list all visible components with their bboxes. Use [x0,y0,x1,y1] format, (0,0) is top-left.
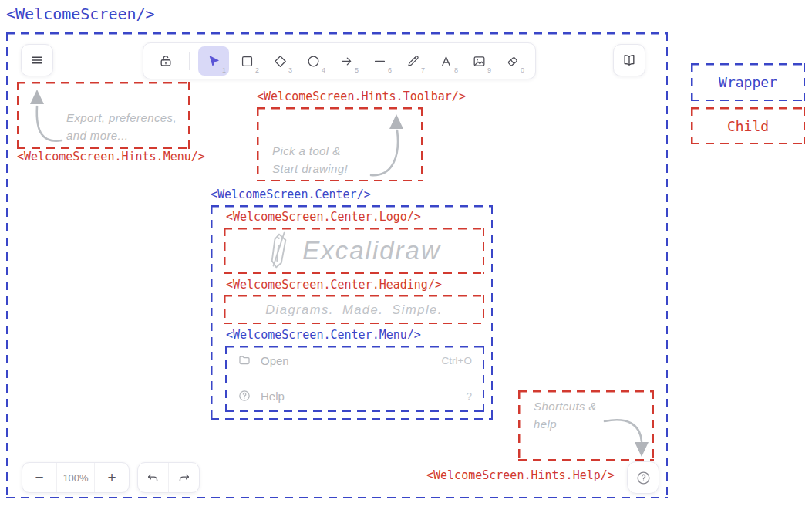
legend-wrapper-label: Wrapper [719,74,777,90]
question-circle-icon [635,470,652,486]
tool-eraser[interactable]: 0 [497,46,527,76]
image-icon [472,54,487,69]
hint-toolbar-text: Pick a tool & Start drawing! [272,143,348,177]
toolbar-divider [189,52,190,70]
tool-shortcut: 4 [322,66,325,74]
center-logo-label: <WelcomeScreen.Center.Logo/> [226,210,421,224]
letter-a-icon [439,54,453,69]
welcome-center: <WelcomeScreen.Center.Logo/> Excalidraw … [211,205,493,420]
center-heading-label: <WelcomeScreen.Center.Heading/> [226,278,442,292]
page: <WelcomeScreen/> 1 [0,0,812,510]
hint-toolbar-box: Pick a tool & Start drawing! [257,107,423,181]
menu-item-label: Help [261,390,285,403]
tool-shortcut: 9 [487,66,491,74]
center-heading-text: Diagrams. Made. Simple. [224,295,484,324]
arrow-right-icon [339,54,354,69]
tool-selection[interactable]: 1 [198,46,229,76]
zoom-in-button[interactable]: + [95,463,129,492]
lock-tool-button[interactable] [151,46,180,76]
legend-wrapper-box: Wrapper [691,63,805,101]
legend-child-label: Child [727,118,769,134]
library-button[interactable] [613,44,645,76]
hint-help-box: Shortcuts & help [518,390,654,461]
menu-item-help[interactable]: Help ? [238,389,472,403]
excalidraw-pencil-logo-icon [267,230,291,272]
zoom-out-button[interactable]: − [22,463,56,492]
circle-icon [306,54,321,69]
center-menu: Open Ctrl+O Help ? [225,346,484,412]
legend-child-box: Child [691,107,805,144]
tool-line[interactable]: 6 [364,46,395,76]
main-menu-button[interactable] [21,44,53,76]
menu-item-shortcut: Ctrl+O [442,355,472,366]
hint-menu-box: Export, preferences, and more... [17,82,190,149]
hints-toolbar-label: <WelcomeScreen.Hints.Toolbar/> [257,90,466,103]
pencil-icon [406,54,420,69]
menu-item-open[interactable]: Open Ctrl+O [238,353,472,367]
excalidraw-logo-text: Excalidraw [302,236,441,265]
undo-arrow-icon [146,471,160,485]
hint-help-text: Shortcuts & help [534,398,597,433]
tool-shortcut: 2 [255,66,259,74]
tool-arrow[interactable]: 5 [331,46,362,76]
menu-item-label: Open [261,354,289,367]
excalidraw-canvas[interactable]: 1 2 3 4 [6,32,668,498]
tool-shortcut: 7 [421,66,425,74]
tool-shortcut: 5 [355,66,359,74]
tool-shortcut: 0 [521,66,524,74]
undo-button[interactable] [138,463,169,492]
menu-item-shortcut: ? [466,390,472,402]
help-button[interactable] [627,461,659,494]
excalidraw-logo: Excalidraw [224,228,484,274]
tool-draw[interactable]: 7 [397,46,428,76]
hamburger-icon [29,52,45,68]
cursor-icon [207,54,221,69]
tool-shortcut: 3 [288,66,292,74]
sketch-arrow-up [357,110,411,180]
tool-shortcut: 6 [388,66,392,74]
zoom-level[interactable]: 100% [56,463,95,492]
tool-image[interactable]: 9 [463,46,494,76]
center-label: <WelcomeScreen.Center/> [211,187,371,201]
folder-icon [238,353,251,367]
sketch-arrow-down [595,410,651,460]
tool-shortcut: 8 [454,66,458,74]
tool-ellipse[interactable]: 4 [298,46,329,76]
tool-diamond[interactable]: 3 [264,46,295,76]
unlocked-padlock-icon [158,53,174,69]
eraser-icon [505,54,520,69]
square-icon [240,54,254,69]
zoom-controls: − 100% + [22,462,130,493]
toolbar: 1 2 3 4 [143,42,536,79]
center-heading-box: Diagrams. Made. Simple. [224,295,484,324]
tool-text[interactable]: 8 [430,46,461,76]
hint-menu-text: Export, preferences, and more... [66,110,177,144]
hints-help-label: <WelcomeScreen.Hints.Help/> [426,468,615,482]
undo-redo-controls [137,462,200,493]
question-circle-icon [238,389,251,403]
redo-button[interactable] [169,463,199,492]
tool-rectangle[interactable]: 2 [231,46,262,76]
line-icon [372,54,387,69]
center-menu-label: <WelcomeScreen.Center.Menu/> [226,328,421,342]
hints-menu-label: <WelcomeScreen.Hints.Menu/> [17,150,205,164]
redo-arrow-icon [177,471,191,485]
book-icon [622,52,637,68]
center-logo-box: Excalidraw [224,228,484,274]
diamond-icon [273,54,288,69]
tool-shortcut: 1 [222,66,226,74]
welcomescreen-root-label: <WelcomeScreen/> [6,5,155,23]
